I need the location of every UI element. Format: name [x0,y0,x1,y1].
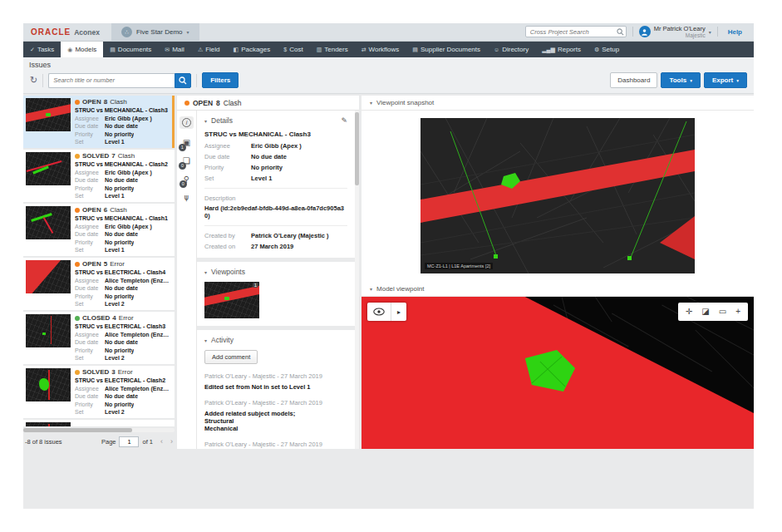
issue-list-item[interactable]: OPEN6ClashSTRUC vs MECHANICAL - Clash1As… [23,204,175,256]
comments-icon[interactable]: ❏0 [183,157,190,165]
assignee-label: Assignee [75,223,105,230]
priority-value: No priority [105,293,134,300]
expand-toolbar-button[interactable]: ▸ [391,303,406,321]
snapshot-section-header[interactable]: ▾ Viewpoint snapshot [361,96,754,111]
nav-tab-models[interactable]: ◉Models [61,42,103,57]
issue-list-item[interactable]: OPEN5ErrorSTRUC vs ELECTRICAL - Clash4As… [23,258,175,310]
chevron-down-icon: ▾ [204,337,207,343]
issue-number: 8 [216,99,220,107]
details-section-header[interactable]: ▾ Details ✎ [204,116,347,125]
issue-status: OPEN [193,99,213,107]
activity-section-header[interactable]: ▾ Activity [204,336,347,344]
dashboard-button[interactable]: Dashboard [610,72,657,88]
links-icon[interactable]: ⚲0 [184,175,189,184]
count-badge: 0 [179,162,186,170]
help-link[interactable]: Help [724,28,746,36]
search-icon [179,76,187,85]
set-value: Level 1 [105,192,125,200]
pan-move-icon[interactable]: ✛ [686,308,692,316]
issue-status: OPEN [82,98,101,106]
page-input[interactable] [119,436,139,447]
issue-title: STRUC vs ELECTRICAL - Clash4 [75,269,170,275]
nav-tab-mail[interactable]: ✉Mail [158,42,191,57]
viewpoints-section-header[interactable]: ▾ Viewpoints [204,268,347,276]
nav-tab-field[interactable]: ⚠Field [191,42,227,57]
nav-tab-tenders[interactable]: ▥Tenders [310,42,355,57]
nav-tab-cost[interactable]: $Cost [277,42,309,57]
directory-icon: ☺ [494,47,499,52]
nav-tab-tasks[interactable]: ✓Tasks [23,42,61,57]
model-section-header[interactable]: ▾ Model viewpoint [361,282,754,297]
issue-list-item[interactable]: OPEN8ClashSTRUC vs MECHANICAL - Clash3As… [23,96,175,148]
issue-number: 6 [104,206,107,214]
info-icon[interactable]: i [180,116,194,129]
supplier-documents-icon: ▤ [412,47,418,53]
activity-text: Edited set from Not in set to Level 1 [204,383,347,391]
due-date-label: Due date [75,176,105,184]
workflows-icon: ⇄ [361,47,366,53]
related-items-icon[interactable]: ⋔ [183,194,189,202]
user-menu[interactable]: Mr Patrick O'Leary Majestic ▾ [639,26,711,38]
nav-tab-label: Setup [602,46,619,53]
activity-list: Patrick O'Leary - Majestic - 27 March 20… [204,372,347,449]
zoom-in-icon[interactable]: + [735,308,740,316]
viewpoints-icon[interactable]: ▣1 [183,139,190,147]
add-comment-button[interactable]: Add comment [204,350,258,364]
page-title: Issues [28,59,749,71]
search-button[interactable] [175,73,191,88]
search-icon[interactable] [617,28,624,36]
nav-tab-directory[interactable]: ☺Directory [487,42,535,57]
nav-tab-workflows[interactable]: ⇄Workflows [355,42,406,57]
nav-tab-documents[interactable]: ▤Documents [103,42,158,57]
issue-list-item-partial[interactable] [23,420,175,426]
cross-project-search-input[interactable] [525,26,627,37]
activity-section: ▾ Activity Add comment Patrick O'Leary -… [197,330,355,449]
status-dot [75,316,80,321]
nav-tab-reports[interactable]: ▂▄▆Reports [535,42,588,57]
refresh-icon[interactable]: ↻ [30,76,37,85]
eye-icon [373,308,385,316]
issue-title: STRUC vs ELECTRICAL - Clash2 [75,377,170,383]
issue-list-item[interactable]: SOLVED7ClashSTRUC vs MECHANICAL - Clash2… [23,150,175,202]
chevron-down-icon: ▾ [370,100,372,106]
shading-cube-icon[interactable]: ◪ [701,308,709,316]
issue-thumbnail [26,260,71,293]
search-input[interactable] [48,73,175,88]
nav-tab-setup[interactable]: ⚙Setup [588,42,626,57]
assignee-value: Alice Templeton (Enzic... [105,331,170,338]
issue-list-item[interactable]: SOLVED3ErrorSTRUC vs ELECTRICAL - Clash2… [23,366,175,418]
scrollbar-thumb[interactable] [23,428,132,432]
zoom-window-icon[interactable]: ▭ [719,308,726,316]
set-label: Set [75,192,105,200]
issue-status: SOLVED [82,368,109,376]
export-button[interactable]: Export▾ [704,72,747,88]
divider [717,27,718,37]
project-selector[interactable]: ∴ Five Star Demo ▾ [111,23,199,42]
model-viewport[interactable]: ▸ ✛ ◪ ▭ + [361,297,754,449]
page-label: Page [101,438,116,446]
nav-tab-label: Field [205,46,219,53]
tools-label: Tools [669,76,686,84]
filters-button[interactable]: Filters [202,72,239,88]
nav-tab-packages[interactable]: ◧Packages [227,42,278,57]
issue-list: OPEN8ClashSTRUC vs MECHANICAL - Clash3As… [23,96,175,426]
set-value: Level 2 [105,300,125,308]
tools-button[interactable]: Tools▾ [661,72,701,88]
scrollbar-thumb[interactable] [355,112,359,185]
activity-entry: Patrick O'Leary - Majestic - 27 March 20… [204,399,347,432]
model-viewpoint-section: ▾ Model viewpoint [361,282,754,449]
issue-list-item[interactable]: CLOSED4ErrorSTRUC vs ELECTRICAL - Clash3… [23,312,175,364]
user-name: Mr Patrick O'Leary [654,26,706,32]
next-page-icon[interactable]: › [170,437,173,446]
prev-page-icon[interactable]: ‹ [160,437,163,446]
section-title: Activity [211,336,234,344]
viewpoint-thumbnail[interactable]: 1 [204,282,259,318]
issue-number: 7 [111,152,115,160]
due-date-label: Due date [75,392,105,400]
nav-tab-supplier-documents[interactable]: ▤Supplier Documents [406,42,487,57]
horizontal-scrollbar[interactable] [23,428,175,432]
visibility-eye-button[interactable] [367,303,391,321]
edit-pencil-icon[interactable]: ✎ [341,116,347,125]
set-label: Set [75,408,105,416]
vertical-scrollbar[interactable] [355,111,359,449]
